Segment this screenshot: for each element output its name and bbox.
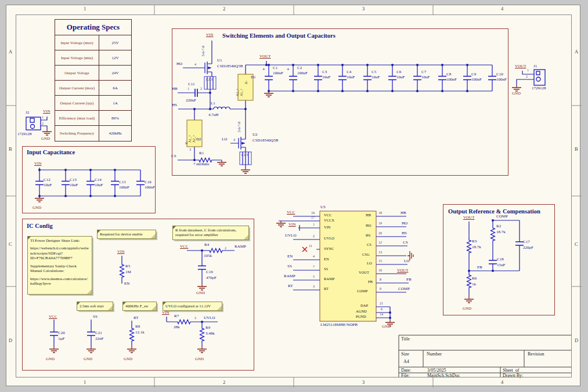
u3-vin-net: VIN (288, 223, 295, 227)
r4-ramp-label: RAMP (235, 245, 246, 249)
zone-top-3: 3 (362, 6, 365, 12)
r4-pin2: 2 (225, 246, 226, 250)
u3-ramp-net: RAMP (284, 274, 295, 278)
c4-ref: C4 (347, 70, 351, 74)
outref-gnd-label: GND (463, 307, 471, 311)
d1-text-k: K- (244, 81, 248, 84)
c19-ref: C19 (206, 270, 213, 274)
d1-text-a1: A1_+ (240, 88, 243, 96)
u3-pin12: 12 (378, 241, 382, 244)
d2-text-a1: A1_+ (188, 135, 192, 143)
u2-gate-pin: 4 (233, 138, 235, 141)
c21-gnd-label: GND (84, 357, 92, 361)
titleblock-size-label: Size (401, 352, 409, 357)
zone-bottom-4: 4 (501, 380, 503, 385)
r8-val: 12.1k (135, 331, 145, 335)
note-enable-line: Required for device enable (100, 232, 153, 237)
zone-right-c: C (575, 242, 578, 247)
c3-val: 10uF (322, 75, 330, 79)
u3-en-net: EN (287, 255, 293, 259)
j2-part: 1729128 (17, 132, 32, 136)
u3-pin1: 1 (313, 223, 315, 226)
title-block-lines (399, 335, 571, 377)
u3-pin2: 2 (313, 234, 315, 238)
c6-val: 10uF (396, 75, 405, 79)
r2-val: 18.7k (496, 230, 506, 234)
r5-val: 1M (125, 270, 131, 274)
note-uvlo-line: UVLO configured at 11.12V (165, 304, 219, 308)
u3-pin14: 14 (380, 313, 383, 316)
spec-row-value: 25V (99, 35, 131, 50)
note-ti-link-line: Supplementary Sanity-Check Manual Calcul… (30, 264, 89, 274)
c2-plus: + (287, 67, 290, 72)
j1-pin2: 2 (526, 75, 528, 78)
r5-ref: R5 (125, 264, 130, 268)
spec-row-label: Output Current (typ) (55, 96, 99, 111)
c8-ref: C8 (446, 72, 451, 77)
outref-vout-label: VOUT (463, 216, 474, 220)
u3-pin4: 4 (313, 255, 315, 258)
c2-val: 100uF (297, 71, 308, 75)
c1-val: 100uF (273, 71, 283, 75)
spec-row-label: Output Voltage (55, 66, 99, 81)
r1-val: 7 mOhms (193, 162, 209, 166)
zone-bottom-2: 2 (223, 380, 225, 385)
hs-net: HS (172, 103, 177, 107)
spec-row-label: Input Voltage (min) (55, 50, 99, 66)
c19-val: 470pF (206, 276, 217, 280)
note-enable: Required for device enable (97, 230, 156, 239)
c13-ref: C13 (70, 178, 77, 182)
lo-net-right: LO (404, 259, 409, 263)
u2-ref: U2 (252, 133, 258, 137)
r8-ref: R8 (135, 325, 140, 329)
c11-val: 220nF (186, 99, 196, 103)
c7-ref: C7 (421, 70, 426, 74)
u3-in-hb: HB (366, 213, 371, 217)
u1-ref: U1 (217, 59, 222, 63)
note-uvlo: UVLO configured at 11.12V (163, 302, 222, 311)
c20-ref: C20 (58, 331, 65, 335)
r3-ref: R3 (472, 239, 477, 244)
note-fsw-line: 400KHz F_sw (125, 304, 154, 308)
d1-text-a2: A2_+ (236, 88, 239, 96)
zone-left-a: A (9, 49, 12, 55)
r3-val: 18.7k (472, 245, 481, 249)
c11-ref: C11 (188, 82, 194, 86)
zone-left-d: D (9, 338, 12, 343)
section-title-inputcap: Input Capacitance (27, 150, 75, 156)
c6-ref: C6 (396, 70, 401, 74)
u3-rt-net: RT (288, 284, 293, 288)
zone-right-a: A (575, 49, 578, 55)
j1-ref: J1 (533, 64, 537, 68)
u3-in-vcc: VCC (324, 213, 331, 217)
c20-gnd-label: GND (46, 357, 55, 361)
fb-net-label: FB (477, 266, 482, 270)
r7-ref: R7 (174, 314, 179, 318)
c17-ref: C17 (523, 240, 530, 244)
u3-gnd-label: GND (382, 325, 391, 329)
cs-net-right: CS (403, 241, 408, 245)
titleblock-date-label: Date: (401, 368, 411, 373)
spec-row-value: 12V (99, 50, 131, 66)
r4-val: 105k (204, 254, 212, 258)
titleblock-file-label: File: (401, 373, 410, 378)
zone-left-b: B (9, 147, 12, 152)
c13-val: 10uF (70, 183, 78, 187)
u3-pin11: 11 (309, 244, 312, 248)
titleblock-number-label: Number (427, 352, 442, 357)
c18-val: 15nF (497, 263, 505, 267)
hb-net-right: HB (401, 211, 406, 215)
j2-pin2: 2 (42, 122, 44, 125)
inputcap-gnd-label: GND (33, 206, 41, 210)
fb-net-right: FB (406, 278, 412, 282)
c15-ref: C15 (119, 180, 126, 184)
d2-pin3: 3 (189, 148, 191, 151)
u1-part: CSD18540Q5B (217, 64, 243, 68)
zone-right-b: B (575, 147, 578, 152)
spec-row-label: Efficiency (max load) (55, 111, 99, 126)
u3-pin9: 9 (380, 287, 381, 291)
u3-in-en: EN (324, 257, 329, 262)
c11-pin2: 2 (200, 87, 202, 90)
u3-pin5: 5 (313, 275, 315, 278)
titleblock-size-value: A4 (403, 360, 409, 364)
